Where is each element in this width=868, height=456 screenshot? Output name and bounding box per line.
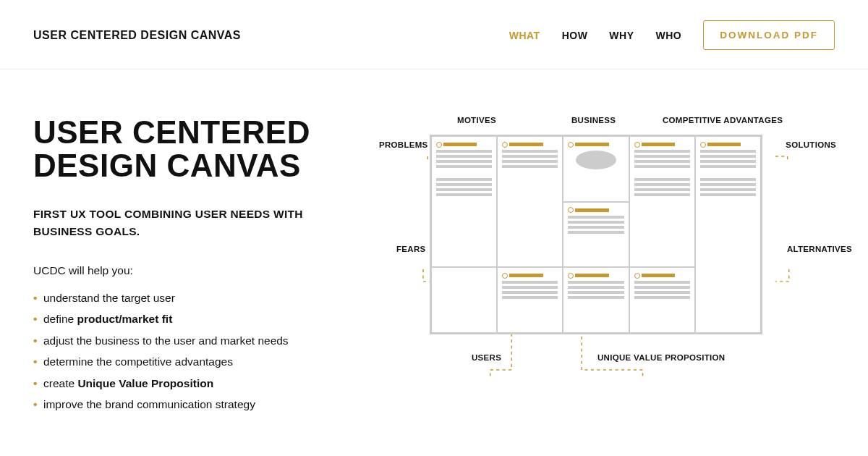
label-solutions: SOLUTIONS: [786, 140, 836, 149]
list-item: understand the target user: [33, 287, 352, 308]
cell-competitive-advantages: [629, 136, 695, 267]
list-item: define product/market fit: [33, 308, 352, 329]
list-item: improve the brand communication strategy: [33, 394, 352, 415]
logo: USER CENTERED DESIGN CANVAS: [33, 29, 241, 42]
label-alternatives: ALTERNATIVES: [787, 245, 852, 253]
cell-problems: [431, 136, 497, 267]
list-item: determine the competitive advantages: [33, 351, 352, 372]
cell-business: [563, 136, 629, 202]
canvas-diagram: PROBLEMS MOTIVES BUSINESS COMPETITIVE AD…: [380, 116, 835, 415]
label-users: USERS: [472, 353, 501, 362]
nav-how[interactable]: HOW: [562, 30, 588, 41]
cell-uvp: [563, 267, 629, 333]
label-comp-adv: COMPETITIVE ADVANTAGES: [663, 116, 783, 124]
nav-who[interactable]: WHO: [656, 30, 682, 41]
cell-alternatives: [629, 267, 695, 333]
list-item: create Unique Value Proposition: [33, 373, 352, 394]
cell-motives: [497, 136, 563, 267]
nav-what[interactable]: WHAT: [509, 30, 540, 41]
benefits-list: understand the target user define produc…: [33, 287, 352, 415]
label-fears: FEARS: [396, 245, 425, 253]
cell-solutions: [695, 136, 761, 333]
cell-middle: [563, 202, 629, 268]
label-motives: MOTIVES: [457, 116, 496, 124]
label-problems: PROBLEMS: [379, 140, 428, 149]
cell-users: [497, 267, 563, 333]
canvas-grid: [430, 135, 762, 334]
helps-intro: UCDC will help you:: [33, 264, 352, 277]
page-subtitle: FIRST UX TOOL COMBINING USER NEEDS WITH …: [33, 206, 352, 240]
label-uvp: UNIQUE VALUE PROPOSITION: [597, 353, 725, 362]
main-nav: WHAT HOW WHY WHO DOWNLOAD PDF: [509, 20, 835, 50]
page-title: USER CENTERED DESIGN CANVAS: [33, 116, 352, 182]
label-business: BUSINESS: [571, 116, 616, 124]
cell-fears: [431, 267, 497, 333]
hero-copy: USER CENTERED DESIGN CANVAS FIRST UX TOO…: [33, 116, 352, 415]
nav-why[interactable]: WHY: [609, 30, 634, 41]
list-item: adjust the business to the user and mark…: [33, 330, 352, 351]
download-pdf-button[interactable]: DOWNLOAD PDF: [703, 20, 835, 50]
